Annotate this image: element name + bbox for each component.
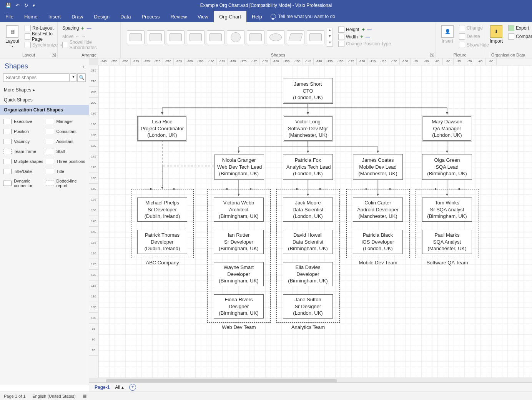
shape-style-5[interactable]	[207, 30, 224, 44]
node-ian[interactable]: Ian RutterSr Developer(Birmingham, UK)	[214, 230, 264, 254]
node-jack[interactable]: Jack MooreData Scientist(London, UK)	[283, 198, 333, 222]
shape-item-team-frame[interactable]: Team frame	[3, 149, 43, 154]
import-button[interactable]: ⬇ Import	[487, 24, 505, 45]
shape-gallery[interactable]: ▲ ▼ ▾	[124, 24, 336, 51]
node-fiona[interactable]: Fiona RiversDesigner(Birmingham, UK)	[214, 294, 264, 319]
quick-shapes-link[interactable]: Quick Shapes	[0, 95, 89, 105]
move-left[interactable]: ←	[75, 34, 80, 39]
node-paul[interactable]: Paul MarksSQA Analyst(Manchester, UK)	[422, 230, 472, 254]
node-victoria[interactable]: Victoria WebbArchitect(Birmingham, UK)	[214, 198, 264, 222]
move-right[interactable]: →	[81, 34, 86, 39]
save-icon[interactable]: 💾	[5, 3, 11, 8]
status-bar: Page 1 of 1 English (United States) ▦	[0, 392, 532, 400]
layout-launcher[interactable]: ⬊	[52, 53, 56, 57]
search-dropdown[interactable]: ▾	[70, 73, 76, 82]
insert-picture-button[interactable]: 👤 Insert	[439, 24, 456, 49]
shape-style-7[interactable]	[247, 30, 264, 44]
new-page-button[interactable]: +	[129, 384, 136, 391]
shape-item-consultant[interactable]: Consultant	[46, 129, 86, 134]
width-plus[interactable]: ＋	[359, 33, 364, 40]
shape-style-9[interactable]	[287, 30, 304, 44]
change-position-button[interactable]: Change Position Type	[338, 41, 391, 47]
tell-me-search[interactable]: Tell me what you want to do	[268, 11, 335, 22]
node-mary[interactable]: Mary DawsonQA Manager(London, UK)	[422, 116, 472, 141]
tab-process[interactable]: Process	[136, 11, 165, 22]
layout-button[interactable]: ▦ Layout ▾	[3, 24, 22, 50]
shape-item-vacancy[interactable]: Vacancy	[3, 139, 43, 144]
tab-orgchart[interactable]: Org Chart	[214, 11, 246, 22]
shape-style-2[interactable]	[147, 30, 165, 44]
node-david[interactable]: David HowellData Scientist(Birmingham, U…	[283, 230, 333, 254]
showhide-sub-button[interactable]: Show/Hide Subordinates	[61, 41, 117, 49]
shape-item-staff[interactable]: Staff	[46, 149, 86, 154]
shape-style-4[interactable]	[187, 30, 204, 44]
group-layout: ▦ Layout ▾ Re-Layout Best Fit to Page Sy…	[0, 22, 58, 58]
undo-icon[interactable]: ↶	[16, 3, 20, 8]
node-colin[interactable]: Colin CarterAndroid Developer(Manchester…	[353, 198, 403, 222]
shape-item-dotted-line-report[interactable]: Dotted-line report	[46, 179, 86, 188]
spacing-plus[interactable]: ＋	[80, 25, 85, 32]
status-page: Page 1 of 1	[4, 394, 25, 398]
gallery-down[interactable]: ▼	[327, 34, 332, 40]
tab-draw[interactable]: Draw	[66, 11, 88, 22]
showhide-sub-icon	[62, 42, 68, 48]
shape-style-6[interactable]	[227, 30, 244, 44]
shape-item-executive[interactable]: Executive	[3, 119, 43, 124]
qat-dropdown-icon[interactable]: ▾	[33, 3, 35, 8]
gallery-more[interactable]: ▾	[327, 40, 332, 46]
collapse-panel-icon[interactable]: ‹	[82, 63, 84, 70]
shape-item-icon	[46, 149, 54, 154]
tab-file[interactable]: File	[0, 11, 19, 22]
canvas[interactable]: James ShortCTO(London, UK) Lisa RiceProj…	[98, 65, 532, 378]
shape-item-title-date[interactable]: Title/Date	[3, 169, 43, 174]
node-michael[interactable]: Michael PhelpsSr Developer(Dublin, Irela…	[137, 198, 187, 222]
export-button[interactable]: Export	[507, 24, 532, 32]
shape-style-10[interactable]	[307, 30, 324, 44]
node-lisa[interactable]: Lisa RiceProject Coordinator(London, UK)	[137, 116, 187, 141]
tab-design[interactable]: Design	[89, 11, 115, 22]
tab-data[interactable]: Data	[115, 11, 136, 22]
node-wayne[interactable]: Wayne SmartDeveloper(Birmingham, UK)	[214, 262, 264, 286]
width-minus[interactable]: —	[366, 34, 370, 40]
shape-style-8[interactable]	[267, 30, 284, 44]
gallery-up[interactable]: ▲	[327, 28, 332, 34]
shape-item-three-positions[interactable]: Three positions	[46, 159, 86, 164]
tab-help[interactable]: Help	[246, 11, 268, 22]
node-nicola[interactable]: Nicola GrangerWeb Dev Tech Lead(Birmingh…	[214, 154, 264, 180]
stencil-orgchart[interactable]: Organization Chart Shapes	[0, 105, 89, 115]
shape-item-multiple-shapes[interactable]: Multiple shapes	[3, 159, 43, 164]
shapes-launcher[interactable]: ⬊	[430, 53, 434, 57]
node-jane[interactable]: Jane SuttonSr Designer(London, UK)	[283, 294, 333, 319]
tab-review[interactable]: Review	[165, 11, 192, 22]
search-shapes-input[interactable]	[3, 73, 70, 82]
page-tab-1[interactable]: Page-1	[95, 385, 110, 390]
shape-item-assistant[interactable]: Assistant	[46, 139, 86, 144]
node-ella[interactable]: Ella DaviesDeveloper(Birmingham, UK)	[283, 262, 333, 286]
compare-button[interactable]: Compare	[507, 32, 532, 41]
macro-icon[interactable]: ▦	[83, 393, 86, 398]
all-pages-button[interactable]: All ▴	[115, 385, 124, 390]
shape-item-position[interactable]: Position	[3, 129, 43, 134]
node-cto[interactable]: James ShortCTO(London, UK)	[283, 78, 333, 104]
tab-view[interactable]: View	[192, 11, 214, 22]
shape-item-title[interactable]: Title	[46, 169, 86, 174]
shape-style-3[interactable]	[167, 30, 185, 44]
tab-home[interactable]: Home	[19, 11, 43, 22]
height-minus[interactable]: —	[367, 27, 372, 32]
height-plus[interactable]: ＋	[361, 26, 366, 33]
node-patrick[interactable]: Patrick ThomasDeveloper(Dublin, Ireland)	[137, 230, 187, 254]
search-button[interactable]: 🔍	[77, 73, 86, 82]
spacing-minus[interactable]: —	[86, 25, 91, 31]
node-victor[interactable]: Victor LongSoftware Dev Mgr(Manchester, …	[283, 116, 333, 141]
tab-insert[interactable]: Insert	[43, 11, 66, 22]
node-olga[interactable]: Olga GreenSQA Lead(Birmingham, UK)	[422, 154, 472, 180]
redo-icon[interactable]: ↻	[24, 3, 28, 8]
shape-item-dynamic-connector[interactable]: Dynamic connector	[3, 179, 43, 188]
shape-style-1[interactable]	[127, 30, 145, 44]
node-patricia[interactable]: Patricia FoxAnalytics Tech Lead(London, …	[283, 154, 333, 180]
node-tom[interactable]: Tom WinksSr SQA Analyst(Birmingham, UK)	[422, 198, 472, 222]
node-jamesc[interactable]: James CoatesMobile Dev Lead(Manchester, …	[353, 154, 403, 180]
more-shapes-link[interactable]: More Shapes ▸	[0, 85, 89, 95]
shape-item-manager[interactable]: Manager	[46, 119, 86, 124]
node-patriciab[interactable]: Patricia BlackiOS Developer(London, UK)	[353, 230, 403, 254]
